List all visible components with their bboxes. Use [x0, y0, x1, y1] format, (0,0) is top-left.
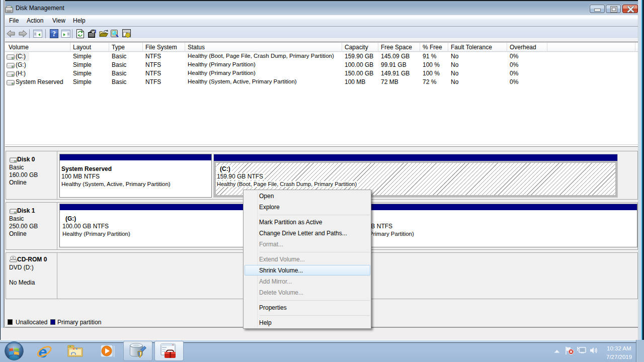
svg-text:?: ?: [52, 30, 56, 38]
